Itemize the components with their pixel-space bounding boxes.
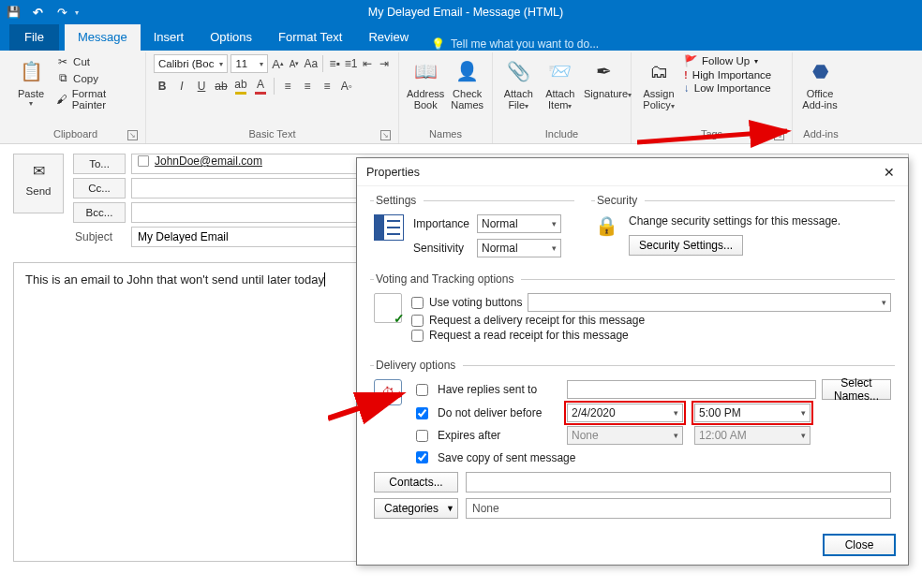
deliver-time-combo[interactable]: 5:00 PM▾	[694, 404, 810, 422]
have-replies-checkbox[interactable]	[415, 384, 429, 396]
follow-up-label: Follow Up	[702, 55, 750, 66]
attach-item-button[interactable]: 📨Attach Item▾	[543, 54, 579, 110]
dialog-close-button[interactable]: ✕	[880, 163, 899, 182]
format-painter-icon: 🖌	[56, 94, 68, 105]
underline-button[interactable]: U	[193, 77, 210, 96]
align-right-button[interactable]: ≡	[319, 77, 335, 96]
delivery-receipt-checkbox[interactable]: Request a delivery receipt for this mess…	[411, 314, 891, 327]
copy-icon: ⧉	[56, 72, 69, 84]
voting-tracking-group: Voting and Tracking options Use voting b…	[370, 272, 895, 353]
assign-policy-button[interactable]: 🗂Assign Policy▾	[639, 54, 678, 110]
undo-icon[interactable]: ↶	[30, 5, 45, 20]
indent-right-button[interactable]: ⇥	[377, 54, 391, 73]
tab-format-text[interactable]: Format Text	[265, 24, 355, 51]
expires-time-value: 12:00 AM	[699, 429, 747, 442]
follow-up-button[interactable]: 🚩Follow Up▾	[684, 54, 771, 67]
categories-button[interactable]: Categories▼	[374, 498, 458, 519]
group-addins-label: Add-ins	[800, 126, 841, 143]
do-not-deliver-checkbox[interactable]	[415, 407, 429, 419]
window-title: My Delayed Email - Message (HTML)	[84, 6, 847, 19]
sensitivity-combo[interactable]: Normal▾	[477, 239, 561, 257]
select-names-button[interactable]: Select Names...	[822, 379, 891, 400]
bcc-button[interactable]: Bcc...	[73, 202, 126, 223]
have-replies-label: Have replies sent to	[438, 383, 561, 396]
security-text: Change security settings for this messag…	[629, 214, 840, 228]
expires-date-value: None	[572, 429, 599, 442]
attach-file-button[interactable]: 📎Attach File▾	[500, 54, 537, 110]
change-case-button[interactable]: Aa	[304, 54, 318, 73]
font-family-combo[interactable]: Calibri (Boc▾	[154, 54, 228, 73]
send-button[interactable]: ✉ Send	[13, 154, 64, 213]
save-copy-checkbox[interactable]	[415, 451, 429, 463]
tab-options[interactable]: Options	[197, 24, 265, 51]
read-receipt-checkbox[interactable]: Request a read receipt for this message	[411, 329, 891, 342]
tab-message[interactable]: Message	[65, 24, 141, 51]
low-importance-button[interactable]: ↓Low Importance	[684, 82, 771, 94]
bold-button[interactable]: B	[154, 77, 171, 96]
paste-button[interactable]: 📋 Paste ▾	[13, 54, 49, 111]
group-addins: ⬣Office Add-ins Add-ins	[793, 52, 849, 143]
deliver-date-value: 2/4/2020	[572, 406, 616, 419]
importance-combo[interactable]: Normal▾	[477, 214, 561, 233]
to-button[interactable]: To...	[73, 154, 126, 174]
align-left-button[interactable]: ≡	[279, 77, 296, 96]
strikethrough-button[interactable]: ab	[213, 77, 230, 96]
check-names-icon: 👤	[453, 56, 483, 86]
security-settings-button[interactable]: Security Settings...	[629, 235, 743, 256]
italic-button[interactable]: I	[173, 77, 190, 96]
signature-button[interactable]: ✒Signature▾	[584, 54, 623, 110]
subject-label: Subject	[73, 230, 126, 243]
close-button[interactable]: Close	[824, 535, 895, 555]
clipboard-dialog-launcher[interactable]: ↘	[127, 130, 138, 140]
text-cursor	[324, 272, 325, 287]
contacts-button[interactable]: Contacts...	[374, 472, 458, 492]
align-center-button[interactable]: ≡	[299, 77, 316, 96]
high-importance-button[interactable]: !High Importance	[684, 69, 771, 81]
body-text: This is an email to John that won't send…	[25, 272, 324, 287]
deliver-date-combo[interactable]: 2/4/2020▾	[567, 404, 683, 422]
basic-text-dialog-launcher[interactable]: ↘	[380, 130, 391, 140]
high-importance-label: High Importance	[692, 69, 771, 81]
have-replies-input[interactable]	[567, 380, 816, 399]
tags-dialog-launcher[interactable]: ↘	[774, 130, 784, 140]
tell-me[interactable]: Tell me what you want to do...	[422, 37, 608, 51]
shrink-font-button[interactable]: A▾	[288, 54, 302, 73]
cc-button[interactable]: Cc...	[73, 178, 126, 198]
indent-left-button[interactable]: ⇤	[361, 54, 375, 73]
sensitivity-label: Sensitivity	[413, 242, 477, 255]
read-receipt-label: Request a read receipt for this message	[429, 329, 629, 342]
expires-time-combo: 12:00 AM▾	[694, 426, 810, 445]
categories-field[interactable]: None	[466, 498, 891, 519]
office-addins-button[interactable]: ⬣Office Add-ins	[800, 54, 840, 110]
copy-label: Copy	[73, 73, 98, 84]
do-not-deliver-label: Do not deliver before	[438, 406, 561, 419]
expires-date-combo: None▾	[567, 426, 683, 445]
use-voting-checkbox[interactable]: Use voting buttons	[411, 296, 522, 309]
tab-file[interactable]: File	[9, 24, 59, 51]
tab-insert[interactable]: Insert	[141, 24, 198, 51]
copy-button[interactable]: ⧉Copy	[54, 71, 138, 85]
highlight-button[interactable]: ab	[232, 77, 249, 96]
tab-review[interactable]: Review	[355, 24, 422, 51]
font-color-button[interactable]: A	[252, 77, 269, 96]
address-book-button[interactable]: 📖Address Book	[407, 54, 444, 110]
numbering-button[interactable]: ≡1	[344, 54, 358, 73]
font-size-combo[interactable]: 11▾	[230, 54, 268, 73]
to-recipient[interactable]: JohnDoe@email.com	[138, 154, 262, 168]
check-names-button[interactable]: 👤Check Names	[450, 54, 484, 110]
voting-buttons-combo[interactable]: ▾	[528, 293, 891, 312]
clear-formatting-button[interactable]: A◦	[338, 77, 355, 96]
assign-policy-icon: 🗂	[644, 56, 674, 86]
expires-after-checkbox[interactable]	[415, 430, 429, 442]
contacts-field[interactable]	[466, 472, 891, 492]
cut-button[interactable]: ✂Cut	[54, 54, 138, 69]
qat-customize-caret[interactable]: ▾	[75, 8, 79, 17]
paste-caret[interactable]: ▾	[13, 99, 49, 108]
redo-icon[interactable]: ↷	[54, 5, 69, 20]
format-painter-button[interactable]: 🖌Format Painter	[54, 87, 138, 111]
save-icon[interactable]	[6, 5, 21, 20]
quick-access-toolbar: ↶ ↷ ▾	[0, 5, 84, 20]
grow-font-button[interactable]: A▴	[271, 54, 285, 73]
settings-group: Settings Importance Normal▾ Sensitivity …	[370, 194, 574, 267]
bullets-button[interactable]: ≡▪	[328, 54, 342, 73]
